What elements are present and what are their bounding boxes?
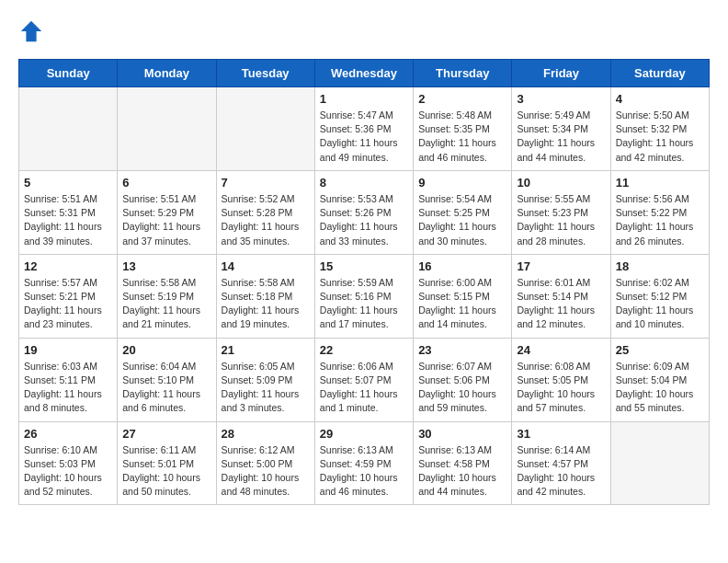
calendar-cell: 20Sunrise: 6:04 AM Sunset: 5:10 PM Dayli… <box>118 338 216 421</box>
day-info: Sunrise: 5:52 AM Sunset: 5:28 PM Dayligh… <box>222 192 310 248</box>
day-info: Sunrise: 6:08 AM Sunset: 5:05 PM Dayligh… <box>517 360 605 416</box>
day-info: Sunrise: 6:00 AM Sunset: 5:15 PM Dayligh… <box>418 276 506 332</box>
day-number: 25 <box>616 343 704 357</box>
day-info: Sunrise: 5:47 AM Sunset: 5:36 PM Dayligh… <box>320 109 408 165</box>
day-number: 21 <box>222 343 310 357</box>
day-number: 17 <box>517 259 605 273</box>
day-number: 1 <box>320 92 408 106</box>
day-number: 6 <box>122 176 210 190</box>
calendar-cell: 6Sunrise: 5:51 AM Sunset: 5:29 PM Daylig… <box>118 170 216 254</box>
calendar-cell: 25Sunrise: 6:09 AM Sunset: 5:04 PM Dayli… <box>610 338 709 421</box>
day-number: 18 <box>616 259 704 273</box>
day-number: 19 <box>24 343 112 357</box>
calendar-cell: 13Sunrise: 5:58 AM Sunset: 5:19 PM Dayli… <box>118 254 216 338</box>
day-info: Sunrise: 5:58 AM Sunset: 5:18 PM Dayligh… <box>222 276 310 332</box>
calendar-cell: 3Sunrise: 5:49 AM Sunset: 5:34 PM Daylig… <box>512 87 610 171</box>
day-info: Sunrise: 6:14 AM Sunset: 4:57 PM Dayligh… <box>517 443 605 500</box>
calendar-cell: 24Sunrise: 6:08 AM Sunset: 5:05 PM Dayli… <box>512 338 610 421</box>
day-of-week-header: Saturday <box>610 60 709 87</box>
day-number: 9 <box>418 176 506 190</box>
day-info: Sunrise: 5:50 AM Sunset: 5:32 PM Dayligh… <box>616 109 704 165</box>
calendar-cell: 5Sunrise: 5:51 AM Sunset: 5:31 PM Daylig… <box>19 170 118 254</box>
day-of-week-header: Monday <box>118 60 216 87</box>
calendar-cell: 28Sunrise: 6:12 AM Sunset: 5:00 PM Dayli… <box>216 421 314 505</box>
day-info: Sunrise: 6:13 AM Sunset: 4:58 PM Dayligh… <box>418 443 506 500</box>
day-info: Sunrise: 5:59 AM Sunset: 5:16 PM Dayligh… <box>320 276 408 332</box>
calendar-cell: 9Sunrise: 5:54 AM Sunset: 5:25 PM Daylig… <box>414 170 512 254</box>
day-number: 2 <box>418 92 506 106</box>
day-info: Sunrise: 6:02 AM Sunset: 5:12 PM Dayligh… <box>616 276 704 332</box>
calendar-table: SundayMondayTuesdayWednesdayThursdayFrid… <box>18 59 710 505</box>
day-info: Sunrise: 5:54 AM Sunset: 5:25 PM Dayligh… <box>418 192 506 248</box>
day-number: 11 <box>616 176 704 190</box>
day-number: 7 <box>222 176 310 190</box>
day-info: Sunrise: 5:48 AM Sunset: 5:35 PM Dayligh… <box>418 109 506 165</box>
day-info: Sunrise: 5:51 AM Sunset: 5:31 PM Dayligh… <box>24 192 112 248</box>
calendar-cell <box>216 87 314 171</box>
day-info: Sunrise: 5:58 AM Sunset: 5:19 PM Dayligh… <box>122 276 210 332</box>
day-number: 14 <box>222 259 310 273</box>
day-of-week-header: Friday <box>512 60 610 87</box>
calendar-cell: 16Sunrise: 6:00 AM Sunset: 5:15 PM Dayli… <box>414 254 512 338</box>
calendar-cell: 8Sunrise: 5:53 AM Sunset: 5:26 PM Daylig… <box>314 170 413 254</box>
day-info: Sunrise: 6:04 AM Sunset: 5:10 PM Dayligh… <box>122 360 210 416</box>
calendar-cell: 7Sunrise: 5:52 AM Sunset: 5:28 PM Daylig… <box>216 170 314 254</box>
calendar-cell: 18Sunrise: 6:02 AM Sunset: 5:12 PM Dayli… <box>610 254 709 338</box>
calendar-cell: 17Sunrise: 6:01 AM Sunset: 5:14 PM Dayli… <box>512 254 610 338</box>
calendar-cell: 2Sunrise: 5:48 AM Sunset: 5:35 PM Daylig… <box>414 87 512 171</box>
calendar-cell: 11Sunrise: 5:56 AM Sunset: 5:22 PM Dayli… <box>610 170 709 254</box>
day-number: 15 <box>320 259 408 273</box>
day-number: 23 <box>418 343 506 357</box>
logo <box>18 18 48 44</box>
calendar-cell: 26Sunrise: 6:10 AM Sunset: 5:03 PM Dayli… <box>19 421 118 505</box>
day-number: 12 <box>24 259 112 273</box>
day-number: 24 <box>517 343 605 357</box>
day-info: Sunrise: 5:56 AM Sunset: 5:22 PM Dayligh… <box>616 192 704 248</box>
calendar-cell: 12Sunrise: 5:57 AM Sunset: 5:21 PM Dayli… <box>19 254 118 338</box>
day-info: Sunrise: 5:51 AM Sunset: 5:29 PM Dayligh… <box>122 192 210 248</box>
day-info: Sunrise: 6:09 AM Sunset: 5:04 PM Dayligh… <box>616 360 704 416</box>
day-info: Sunrise: 5:57 AM Sunset: 5:21 PM Dayligh… <box>24 276 112 332</box>
calendar-cell: 1Sunrise: 5:47 AM Sunset: 5:36 PM Daylig… <box>314 87 413 171</box>
day-info: Sunrise: 5:55 AM Sunset: 5:23 PM Dayligh… <box>517 192 605 248</box>
day-number: 27 <box>122 427 210 441</box>
day-info: Sunrise: 6:03 AM Sunset: 5:11 PM Dayligh… <box>24 360 112 416</box>
page-header <box>18 18 710 44</box>
day-number: 4 <box>616 92 704 106</box>
day-info: Sunrise: 6:07 AM Sunset: 5:06 PM Dayligh… <box>418 360 506 416</box>
day-info: Sunrise: 6:13 AM Sunset: 4:59 PM Dayligh… <box>320 443 408 500</box>
day-number: 3 <box>517 92 605 106</box>
day-number: 5 <box>24 176 112 190</box>
day-number: 16 <box>418 259 506 273</box>
day-of-week-header: Thursday <box>414 60 512 87</box>
calendar-cell <box>118 87 216 171</box>
day-number: 10 <box>517 176 605 190</box>
day-info: Sunrise: 6:10 AM Sunset: 5:03 PM Dayligh… <box>24 443 112 500</box>
day-number: 20 <box>122 343 210 357</box>
calendar-cell: 23Sunrise: 6:07 AM Sunset: 5:06 PM Dayli… <box>414 338 512 421</box>
calendar-cell: 19Sunrise: 6:03 AM Sunset: 5:11 PM Dayli… <box>19 338 118 421</box>
day-of-week-header: Tuesday <box>216 60 314 87</box>
svg-marker-0 <box>21 21 41 41</box>
day-number: 8 <box>320 176 408 190</box>
calendar-cell: 10Sunrise: 5:55 AM Sunset: 5:23 PM Dayli… <box>512 170 610 254</box>
day-of-week-header: Sunday <box>19 60 118 87</box>
day-number: 13 <box>122 259 210 273</box>
day-info: Sunrise: 6:12 AM Sunset: 5:00 PM Dayligh… <box>222 443 310 500</box>
calendar-cell: 30Sunrise: 6:13 AM Sunset: 4:58 PM Dayli… <box>414 421 512 505</box>
calendar-cell: 4Sunrise: 5:50 AM Sunset: 5:32 PM Daylig… <box>610 87 709 171</box>
calendar-cell <box>19 87 118 171</box>
calendar-cell: 31Sunrise: 6:14 AM Sunset: 4:57 PM Dayli… <box>512 421 610 505</box>
calendar-cell: 14Sunrise: 5:58 AM Sunset: 5:18 PM Dayli… <box>216 254 314 338</box>
day-info: Sunrise: 5:49 AM Sunset: 5:34 PM Dayligh… <box>517 109 605 165</box>
calendar-cell <box>610 421 709 505</box>
day-number: 26 <box>24 427 112 441</box>
day-number: 30 <box>418 427 506 441</box>
day-info: Sunrise: 6:01 AM Sunset: 5:14 PM Dayligh… <box>517 276 605 332</box>
day-info: Sunrise: 6:05 AM Sunset: 5:09 PM Dayligh… <box>222 360 310 416</box>
day-of-week-header: Wednesday <box>314 60 413 87</box>
day-number: 22 <box>320 343 408 357</box>
day-info: Sunrise: 6:11 AM Sunset: 5:01 PM Dayligh… <box>122 443 210 500</box>
day-info: Sunrise: 6:06 AM Sunset: 5:07 PM Dayligh… <box>320 360 408 416</box>
calendar-cell: 27Sunrise: 6:11 AM Sunset: 5:01 PM Dayli… <box>118 421 216 505</box>
